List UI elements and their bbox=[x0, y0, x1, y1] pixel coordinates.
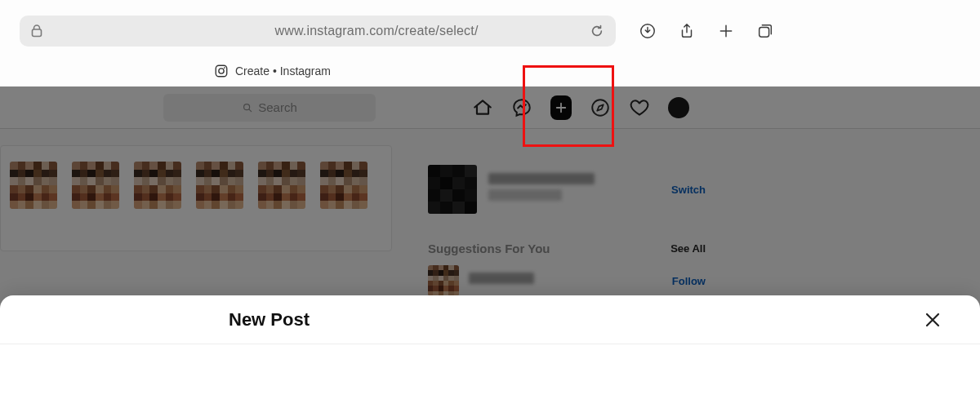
url-text: www.instagram.com/create/select/ bbox=[49, 24, 590, 38]
browser-tab[interactable]: Create • Instagram bbox=[0, 57, 980, 85]
close-button[interactable] bbox=[918, 305, 947, 335]
sheet-header: New Post bbox=[0, 295, 980, 344]
sheet-title: New Post bbox=[229, 309, 310, 330]
svg-rect-2 bbox=[760, 27, 769, 37]
browser-toolbar bbox=[632, 16, 781, 47]
url-field[interactable]: www.instagram.com/create/select/ bbox=[20, 16, 616, 47]
show-tabs-button[interactable] bbox=[750, 16, 781, 47]
svg-point-5 bbox=[224, 67, 225, 69]
annotation-highlight-box bbox=[523, 65, 614, 147]
browser-url-bar: www.instagram.com/create/select/ bbox=[0, 13, 980, 49]
svg-point-4 bbox=[219, 69, 224, 73]
svg-rect-0 bbox=[33, 29, 42, 37]
instagram-favicon-icon bbox=[214, 64, 229, 78]
lock-icon bbox=[31, 24, 42, 38]
svg-rect-3 bbox=[216, 65, 227, 77]
tab-title: Create • Instagram bbox=[235, 64, 331, 78]
instagram-page: Search bbox=[0, 86, 980, 408]
new-post-sheet: New Post bbox=[0, 295, 980, 408]
new-tab-button[interactable] bbox=[710, 16, 742, 47]
download-button[interactable] bbox=[632, 16, 663, 47]
close-icon bbox=[923, 310, 942, 330]
reload-icon[interactable] bbox=[590, 24, 604, 38]
share-button[interactable] bbox=[671, 16, 702, 47]
